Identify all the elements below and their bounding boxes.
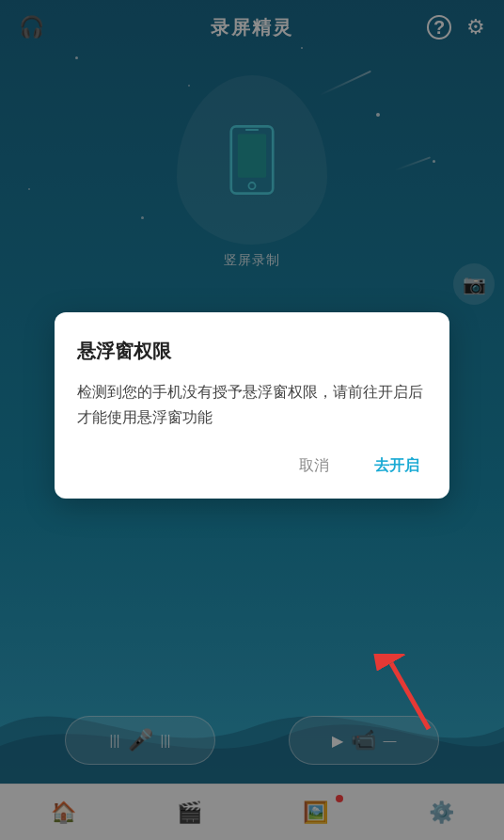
dialog-title: 悬浮窗权限 [77,338,427,363]
dialog-body: 检测到您的手机没有授予悬浮窗权限，请前往开启后才能使用悬浮窗功能 [77,378,427,429]
permission-dialog: 悬浮窗权限 检测到您的手机没有授予悬浮窗权限，请前往开启后才能使用悬浮窗功能 取… [55,311,449,498]
cancel-button[interactable]: 取消 [291,452,337,480]
dialog-actions: 取消 去开启 [77,452,427,480]
confirm-button[interactable]: 去开启 [367,452,427,480]
